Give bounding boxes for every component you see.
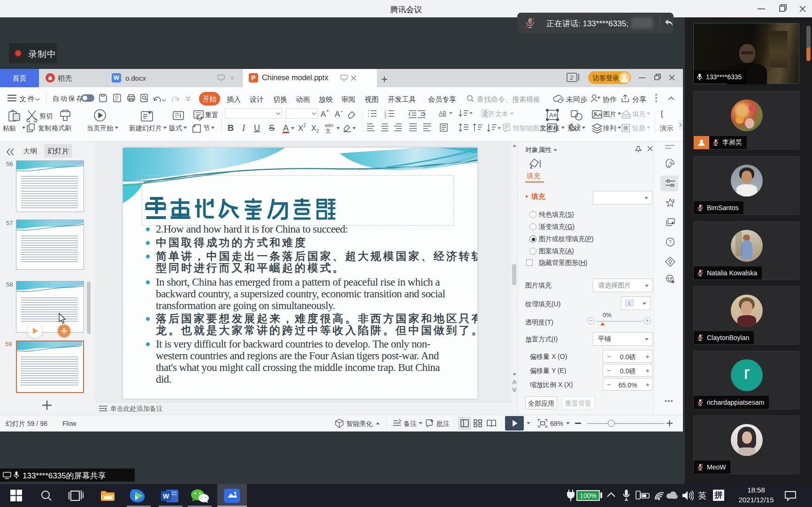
svg-text:文本框: 文本框 (540, 124, 559, 132)
svg-text:轮廓: 轮廓 (632, 124, 645, 132)
svg-text:2: 2 (303, 123, 306, 128)
svg-text:粘贴: 粘贴 (2, 124, 16, 132)
svg-text:B: B (228, 123, 234, 133)
svg-text:复制: 复制 (38, 124, 51, 132)
svg-text:形状: 形状 (567, 124, 581, 132)
svg-text:S: S (269, 123, 275, 133)
svg-text:X: X (298, 124, 303, 132)
svg-text:2: 2 (570, 74, 573, 81)
svg-text:演示: 演示 (659, 124, 673, 132)
svg-text:?: ? (669, 239, 672, 245)
svg-text:重置: 重置 (205, 111, 218, 119)
svg-text:–: – (340, 108, 343, 114)
svg-text:对齐文本: 对齐文本 (482, 110, 508, 118)
svg-text:图片: 图片 (603, 110, 616, 118)
svg-text:A≡: A≡ (549, 112, 557, 119)
svg-text:A: A (321, 110, 326, 119)
svg-text:节: 节 (203, 124, 210, 132)
svg-text:A: A (283, 123, 289, 133)
svg-text:A: A (335, 110, 340, 119)
svg-text:X: X (311, 124, 316, 132)
svg-text:W: W (163, 492, 169, 500)
svg-text:剪切: 剪切 (39, 112, 53, 120)
svg-text:填充: 填充 (632, 110, 645, 118)
svg-text:排列: 排列 (603, 124, 616, 132)
svg-text:版式: 版式 (169, 124, 182, 132)
svg-text:I: I (242, 123, 245, 133)
svg-text:+: + (326, 108, 329, 114)
svg-text:当页开始: 当页开始 (87, 124, 113, 132)
svg-text:AB: AB (439, 110, 446, 117)
svg-text:[: [ (661, 109, 663, 118)
svg-text:格式刷: 格式刷 (52, 124, 71, 132)
svg-text:U: U (254, 123, 260, 133)
svg-text:3: 3 (384, 115, 386, 119)
svg-text:新建幻灯片: 新建幻灯片 (129, 124, 162, 132)
